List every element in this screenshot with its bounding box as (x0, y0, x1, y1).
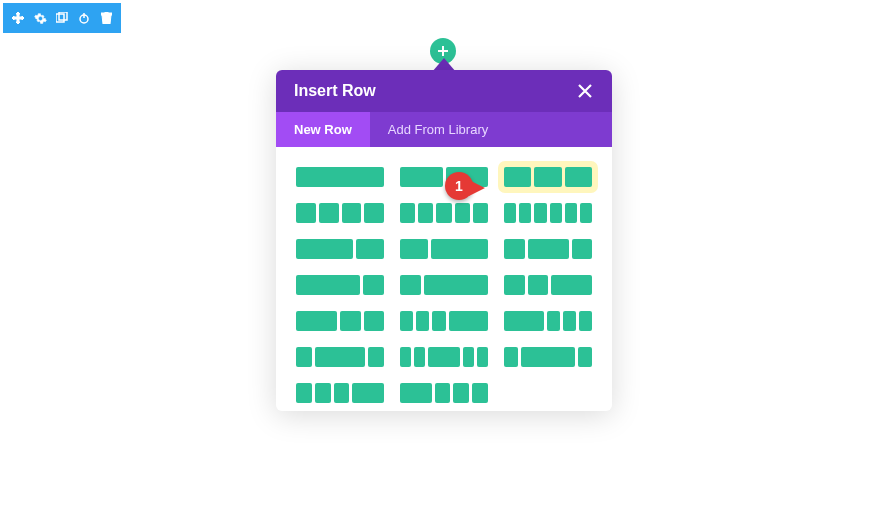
layout-column (578, 347, 592, 367)
layout-column (356, 239, 384, 259)
settings-icon[interactable] (29, 3, 51, 33)
tab-add-from-library[interactable]: Add From Library (370, 112, 506, 147)
layout-column (519, 203, 531, 223)
layout-column (400, 167, 443, 187)
layout-option[interactable] (294, 237, 386, 261)
layout-column (296, 239, 353, 259)
layout-column (416, 311, 429, 331)
layout-column (473, 203, 488, 223)
layout-column (565, 167, 592, 187)
layout-column (435, 383, 451, 403)
layout-column (296, 275, 360, 295)
layout-option[interactable] (502, 201, 594, 225)
section-toolbar (3, 3, 121, 33)
layout-column (400, 347, 411, 367)
layout-column (534, 167, 561, 187)
layout-column (528, 239, 569, 259)
layout-column (504, 275, 525, 295)
layout-option[interactable] (398, 273, 490, 297)
layout-column (431, 239, 488, 259)
layout-column (534, 203, 546, 223)
layout-option[interactable] (502, 237, 594, 261)
modal-tabs: New Row Add From Library (276, 112, 612, 147)
layout-column (551, 275, 592, 295)
modal-title: Insert Row (294, 82, 376, 100)
layout-option[interactable] (398, 345, 490, 369)
modal-body (276, 147, 612, 411)
layout-column (352, 383, 384, 403)
layout-column (363, 275, 384, 295)
layout-option[interactable] (294, 165, 386, 189)
layout-column (400, 311, 413, 331)
layout-option[interactable] (502, 273, 594, 297)
layout-option[interactable] (398, 201, 490, 225)
layout-column (472, 383, 488, 403)
layout-column (418, 203, 433, 223)
layout-column (504, 239, 525, 259)
layout-column (504, 347, 518, 367)
trash-icon[interactable] (95, 3, 117, 33)
layout-column (400, 383, 432, 403)
layout-column (453, 383, 469, 403)
layout-option[interactable] (502, 165, 594, 189)
layout-option[interactable] (502, 309, 594, 333)
layout-column (319, 203, 339, 223)
layout-grid (294, 165, 594, 405)
layout-column (364, 203, 384, 223)
layout-option[interactable] (294, 201, 386, 225)
layout-column (296, 167, 384, 187)
layout-column (521, 347, 576, 367)
layout-option[interactable] (294, 345, 386, 369)
layout-column (563, 311, 576, 331)
layout-column (334, 383, 350, 403)
layout-column (315, 347, 364, 367)
layout-column (455, 203, 470, 223)
layout-option[interactable] (294, 273, 386, 297)
layout-option[interactable] (398, 381, 490, 405)
layout-column (580, 203, 592, 223)
layout-column (579, 311, 592, 331)
layout-column (364, 311, 385, 331)
layout-column (400, 275, 421, 295)
close-icon[interactable] (576, 82, 594, 100)
layout-option[interactable] (398, 165, 490, 189)
layout-column (428, 347, 461, 367)
layout-column (550, 203, 562, 223)
insert-row-modal: Insert Row New Row Add From Library (276, 70, 612, 411)
layout-option[interactable] (398, 309, 490, 333)
layout-column (463, 347, 474, 367)
layout-option[interactable] (502, 345, 594, 369)
layout-option[interactable] (294, 381, 386, 405)
layout-column (296, 203, 316, 223)
layout-column (296, 311, 337, 331)
layout-column (315, 383, 331, 403)
layout-column (504, 311, 544, 331)
layout-column (504, 203, 516, 223)
layout-column (572, 239, 593, 259)
layout-column (400, 239, 428, 259)
layout-column (368, 347, 384, 367)
layout-column (340, 311, 361, 331)
layout-column (449, 311, 489, 331)
layout-column (477, 347, 488, 367)
layout-column (296, 347, 312, 367)
duplicate-icon[interactable] (51, 3, 73, 33)
layout-option[interactable] (398, 237, 490, 261)
layout-column (400, 203, 415, 223)
layout-column (528, 275, 549, 295)
modal-header: Insert Row (276, 70, 612, 112)
tab-new-row[interactable]: New Row (276, 112, 370, 147)
layout-column (342, 203, 362, 223)
move-icon[interactable] (7, 3, 29, 33)
svg-rect-0 (56, 14, 64, 22)
layout-option[interactable] (294, 309, 386, 333)
layout-column (547, 311, 560, 331)
layout-column (414, 347, 425, 367)
layout-column (436, 203, 451, 223)
power-icon[interactable] (73, 3, 95, 33)
layout-column (504, 167, 531, 187)
layout-column (565, 203, 577, 223)
svg-rect-1 (59, 12, 67, 20)
layout-column (446, 167, 489, 187)
layout-column (432, 311, 445, 331)
